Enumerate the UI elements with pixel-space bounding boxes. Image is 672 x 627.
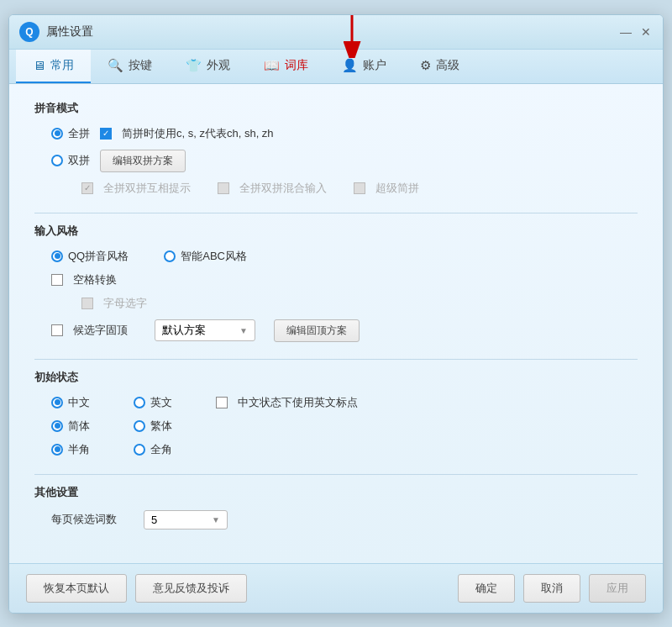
select-arrow-icon: ▼: [239, 326, 248, 335]
tab-account[interactable]: 👤 账户: [325, 50, 403, 83]
space-convert-checkbox[interactable]: [51, 274, 63, 286]
letter-select-checkbox[interactable]: [81, 298, 93, 309]
english-punct-checkbox[interactable]: [216, 397, 228, 408]
tab-appearance[interactable]: 👕 外观: [169, 50, 247, 83]
title-bar: Q 属性设置 — ✕: [9, 15, 663, 50]
input-style-title: 输入风格: [34, 224, 638, 239]
book-icon: 📖: [264, 58, 280, 73]
footer: 恢复本页默认 意见反馈及投诉 确定 取消 应用: [9, 563, 663, 613]
simplified-label: 简体: [68, 419, 90, 434]
pinyin-mode-title: 拼音模式: [34, 101, 638, 116]
shuangpin-row: 双拼 编辑双拼方案: [51, 150, 638, 172]
tab-advanced[interactable]: ⚙ 高级: [403, 50, 476, 83]
chinese-english-row: 中文 英文 中文状态下使用英文标点: [51, 395, 638, 410]
close-button[interactable]: ✕: [639, 25, 653, 39]
ok-button[interactable]: 确定: [458, 574, 515, 603]
smart-abc-label: 智能ABC风格: [181, 249, 247, 264]
app-icon: Q: [19, 22, 39, 42]
simplified-group: 简体: [51, 419, 90, 434]
traditional-radio[interactable]: [134, 420, 145, 432]
divider-2: [34, 359, 638, 360]
user-icon: 👤: [342, 58, 358, 73]
default-scheme-select[interactable]: 默认方案 ▼: [155, 319, 255, 341]
simple-pinyin-note: 简拼时使用c, s, z代表ch, sh, zh: [122, 126, 274, 141]
divider-1: [34, 213, 638, 213]
tab-bar: 🖥 常用 🔍 按键 👕 外观 📖 词库 👤 账户 ⚙ 高级: [9, 50, 663, 84]
pinyin-mode-content: 全拼 简拼时使用c, s, z代表ch, sh, zh 双拼 编辑双拼方案: [34, 126, 638, 196]
edit-fixed-button[interactable]: 编辑固顶方案: [274, 319, 360, 342]
search-icon: 🔍: [108, 58, 123, 73]
pinyin-sub-options: 全拼双拼互相提示 全拼双拼混合输入 超级简拼: [51, 181, 638, 196]
full-pinyin-radio[interactable]: [51, 128, 63, 140]
letter-select-row: 字母选字: [51, 296, 638, 311]
restore-default-button[interactable]: 恢复本页默认: [26, 574, 127, 603]
mutual-hint-label: 全拼双拼互相提示: [103, 181, 191, 196]
candidates-per-page-label: 每页候选词数: [51, 512, 117, 527]
initial-state-section: 初始状态 中文 英文 中文状态下使用英文标点: [34, 370, 638, 457]
other-settings-section: 其他设置 每页候选词数 5 ▼: [34, 485, 638, 530]
simplified-traditional-row: 简体 繁体: [51, 419, 638, 434]
smart-abc-radio[interactable]: [164, 250, 176, 262]
mixed-input-checkbox[interactable]: [218, 182, 229, 194]
chinese-radio[interactable]: [51, 397, 63, 408]
chinese-label: 中文: [68, 395, 90, 410]
candidate-fixed-checkbox[interactable]: [51, 324, 63, 336]
letter-select-label: 字母选字: [103, 296, 147, 311]
shirt-icon: 👕: [186, 58, 202, 73]
cancel-button[interactable]: 取消: [523, 574, 580, 603]
space-convert-row: 空格转换: [51, 272, 638, 287]
tab-general[interactable]: 🖥 常用: [16, 50, 91, 83]
simple-pinyin-checkbox[interactable]: [100, 128, 112, 140]
other-settings-content: 每页候选词数 5 ▼: [34, 510, 638, 530]
shuangpin-label: 双拼: [68, 153, 90, 168]
edit-shuangpin-button[interactable]: 编辑双拼方案: [100, 150, 186, 172]
footer-right-buttons: 确定 取消 应用: [458, 574, 646, 603]
candidate-fixed-label: 候选字固顶: [73, 323, 128, 338]
english-group: 英文: [134, 395, 172, 410]
minimize-button[interactable]: —: [619, 25, 633, 39]
shuangpin-radio-group: 双拼: [51, 153, 90, 168]
simplified-radio[interactable]: [51, 420, 63, 432]
input-style-section: 输入风格 QQ拼音风格 智能ABC风格 空格转换: [34, 224, 638, 342]
tab-wrapper: 🖥 常用 🔍 按键 👕 外观 📖 词库 👤 账户 ⚙ 高级: [9, 50, 663, 84]
qq-style-radio[interactable]: [51, 250, 63, 262]
half-group: 半角: [51, 442, 90, 457]
english-radio[interactable]: [134, 397, 145, 408]
feedback-button[interactable]: 意见反馈及投诉: [135, 574, 247, 603]
english-punct-label: 中文状态下使用英文标点: [238, 395, 358, 410]
initial-state-content: 中文 英文 中文状态下使用英文标点 简体: [34, 395, 638, 457]
tab-keys[interactable]: 🔍 按键: [91, 50, 169, 83]
main-window: Q 属性设置 — ✕ 🖥 常用 🔍 按键 👕 外观 📖: [8, 14, 664, 614]
candidates-per-page-row: 每页候选词数 5 ▼: [51, 510, 638, 530]
tab-dict[interactable]: 📖 词库: [247, 50, 325, 83]
apply-button[interactable]: 应用: [589, 574, 646, 603]
mutual-hint-checkbox[interactable]: [81, 182, 93, 194]
full-radio[interactable]: [134, 444, 145, 456]
full-pinyin-radio-group: 全拼: [51, 126, 90, 141]
half-radio[interactable]: [51, 444, 63, 456]
initial-state-title: 初始状态: [34, 370, 638, 385]
input-style-row1: QQ拼音风格 智能ABC风格: [51, 249, 638, 264]
traditional-group: 繁体: [134, 419, 172, 434]
other-settings-title: 其他设置: [34, 485, 638, 500]
full-pinyin-label: 全拼: [68, 126, 90, 141]
title-bar-left: Q 属性设置: [19, 22, 93, 42]
super-jipin-label: 超级简拼: [375, 181, 419, 196]
half-full-row: 半角 全角: [51, 442, 638, 457]
shuangpin-radio[interactable]: [51, 155, 63, 166]
full-label: 全角: [150, 442, 172, 457]
gear-icon: ⚙: [420, 58, 431, 73]
window-title: 属性设置: [46, 24, 93, 40]
chinese-group: 中文: [51, 395, 90, 410]
content-area: 拼音模式 全拼 简拼时使用c, s, z代表ch, sh, zh 双拼: [9, 84, 663, 563]
mixed-input-label: 全拼双拼混合输入: [239, 181, 327, 196]
footer-left-buttons: 恢复本页默认 意见反馈及投诉: [26, 574, 247, 603]
input-style-content: QQ拼音风格 智能ABC风格 空格转换 字母选字: [34, 249, 638, 342]
candidates-select[interactable]: 5 ▼: [144, 510, 228, 530]
divider-3: [34, 474, 638, 475]
full-group: 全角: [134, 442, 172, 457]
smart-abc-group: 智能ABC风格: [164, 249, 247, 264]
super-jipin-checkbox[interactable]: [354, 182, 365, 194]
qq-style-label: QQ拼音风格: [68, 249, 129, 264]
pinyin-mode-section: 拼音模式 全拼 简拼时使用c, s, z代表ch, sh, zh 双拼: [34, 101, 638, 196]
